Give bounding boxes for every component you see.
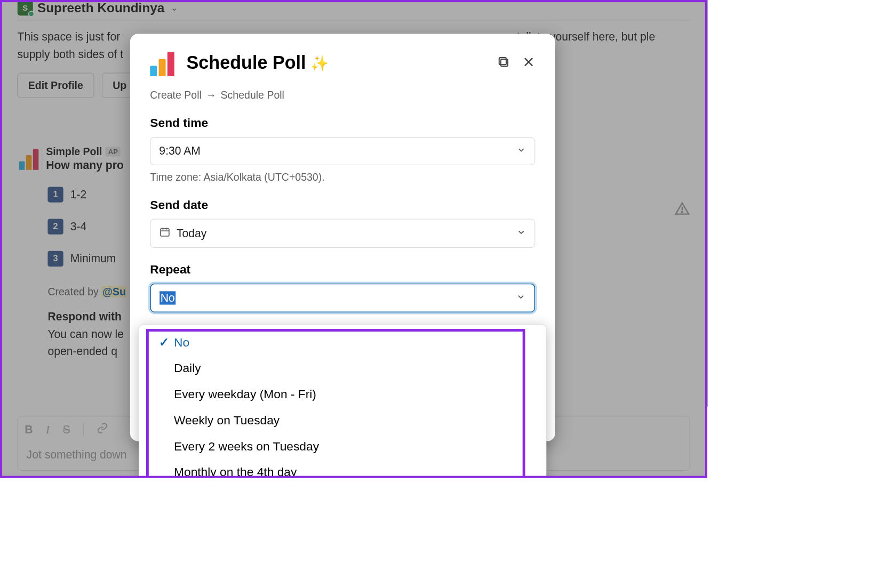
dropdown-option-daily[interactable]: Daily (139, 356, 546, 382)
dropdown-option-weekday[interactable]: Every weekday (Mon - Fri) (139, 381, 546, 407)
breadcrumb-item[interactable]: Create Poll (150, 89, 202, 101)
send-date-label: Send date (150, 198, 535, 212)
breadcrumb-item: Schedule Poll (221, 89, 284, 101)
poll-app-logo (150, 50, 177, 76)
repeat-select[interactable]: No (150, 284, 535, 312)
calendar-icon (159, 226, 170, 240)
repeat-dropdown: ✓ No Daily Every weekday (Mon - Fri) Wee… (139, 324, 546, 478)
svg-rect-6 (161, 229, 169, 236)
chevron-down-icon (516, 227, 526, 240)
send-time-label: Send time (150, 116, 535, 130)
modal-title: Schedule Poll ✨ (187, 52, 329, 73)
sparkles-icon: ✨ (310, 54, 329, 72)
repeat-label: Repeat (150, 263, 535, 277)
check-icon: ✓ (159, 335, 169, 349)
dropdown-option-monthly[interactable]: Monthly on the 4th day (139, 460, 546, 478)
send-date-select[interactable]: Today (150, 219, 535, 248)
open-new-window-icon[interactable] (497, 55, 510, 70)
chevron-down-icon (516, 291, 525, 304)
dropdown-option-biweekly[interactable]: Every 2 weeks on Tuesday (139, 433, 546, 460)
svg-rect-3 (499, 58, 506, 65)
close-icon[interactable] (522, 55, 535, 70)
breadcrumb: Create Poll → Schedule Poll (150, 89, 535, 101)
dropdown-option-weekly[interactable]: Weekly on Tuesday (139, 407, 546, 433)
arrow-right-icon: → (206, 89, 217, 101)
timezone-note: Time zone: Asia/Kolkata (UTC+0530). (150, 171, 535, 183)
svg-rect-2 (501, 59, 508, 66)
send-time-select[interactable]: 9:30 AM (150, 137, 535, 165)
dropdown-option-no[interactable]: ✓ No (139, 329, 546, 356)
chevron-down-icon (516, 144, 526, 158)
